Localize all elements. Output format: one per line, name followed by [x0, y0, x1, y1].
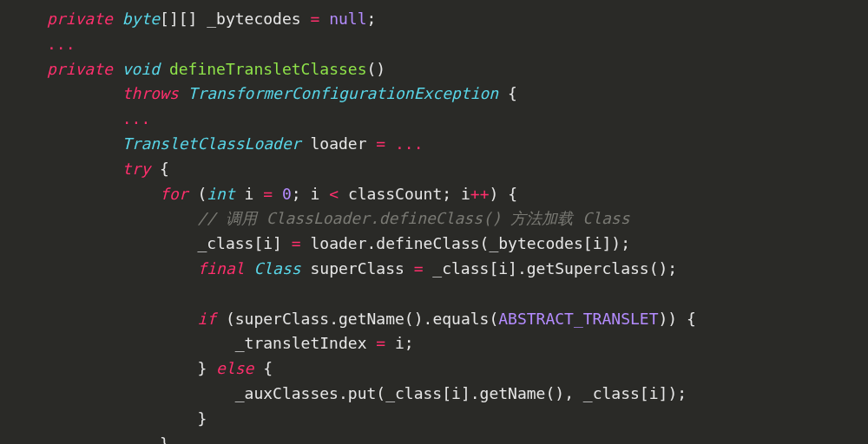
keyword-try: try	[122, 160, 151, 178]
parens: ()	[404, 310, 424, 328]
bracket: [	[583, 234, 593, 252]
ident-i: i	[395, 334, 404, 352]
dot: .	[367, 234, 377, 252]
number-zero: 0	[282, 185, 292, 203]
ident-getName: getName	[480, 384, 546, 402]
ident-superClass: superClass	[310, 259, 404, 278]
ident-bytecodes: _bytecodes	[207, 10, 300, 28]
dot: .	[329, 310, 339, 328]
paren-open: (	[197, 185, 207, 203]
ident-auxClasses: _auxClasses	[235, 384, 339, 402]
ident-i: i	[498, 259, 508, 278]
const-abstract-translet: ABSTRACT_TRANSLET	[498, 310, 658, 328]
paren-open: (	[489, 310, 498, 328]
ellipsis: ...	[395, 134, 424, 153]
ident-bytecodes: _bytecodes	[489, 234, 582, 252]
bracket: ]	[602, 234, 611, 252]
type-byte: byte	[122, 10, 160, 28]
parens: ()	[545, 384, 564, 402]
bracket: [	[442, 384, 451, 402]
ident-class: _class	[385, 384, 442, 402]
dot: .	[470, 384, 480, 402]
ident-put: put	[348, 384, 377, 402]
bracket: ]	[508, 259, 517, 278]
semicolon: ;	[367, 10, 377, 28]
brace-open: {	[263, 359, 273, 377]
type-TransformerConfigurationException: TransformerConfigurationException	[188, 84, 499, 102]
bracket: [	[640, 384, 649, 402]
op-assign: =	[376, 334, 385, 352]
brace-open: {	[160, 160, 169, 178]
type-void: void	[122, 60, 160, 78]
dot: .	[339, 384, 348, 402]
paren-close: );	[667, 384, 687, 402]
ident-classCount: classCount	[348, 185, 442, 203]
ident-getName: getName	[339, 310, 404, 328]
ident-defineClass: defineClass	[376, 234, 479, 252]
semicolon: ;	[292, 185, 301, 203]
type-int: int	[207, 185, 235, 203]
ident-i: i	[263, 234, 273, 252]
brace-close: }	[197, 409, 207, 428]
bracket: ]	[659, 384, 668, 402]
bracket: ]	[273, 234, 282, 252]
const-null: null	[329, 10, 366, 28]
paren-close: ))	[658, 310, 677, 328]
type-TransletClassLoader: TransletClassLoader	[122, 134, 301, 153]
comment-defineClass: // 调用 ClassLoader.defineClass() 方法加载 Cla…	[197, 209, 629, 227]
type-Class: Class	[253, 259, 300, 278]
op-lt: <	[329, 185, 339, 203]
parens: ()	[366, 60, 385, 78]
method-defineTransletClasses: defineTransletClasses	[169, 60, 367, 78]
keyword-for: for	[160, 185, 188, 203]
ident-loader: loader	[310, 134, 366, 153]
paren-close: )	[611, 234, 621, 252]
ident-transletIndex: _transletIndex	[235, 334, 367, 352]
ident-class: _class	[432, 259, 489, 278]
brackets: [][]	[160, 10, 197, 28]
keyword-if: if	[197, 310, 216, 328]
comma: ,	[564, 384, 574, 402]
paren-close: )	[489, 185, 498, 203]
dot: .	[424, 310, 433, 328]
op-assign: =	[414, 259, 424, 278]
paren-open: (	[480, 234, 490, 252]
op-inc: ++	[470, 185, 490, 203]
ident-i: i	[245, 185, 254, 203]
ident-getSuperclass: getSuperclass	[527, 259, 649, 278]
bracket: ]	[461, 384, 470, 402]
keyword-final: final	[197, 259, 244, 278]
ellipsis: ...	[47, 35, 76, 53]
ident-superClass: superClass	[235, 310, 329, 328]
bracket: [	[253, 234, 263, 252]
brace-close: }	[160, 434, 169, 444]
semicolon: ;	[404, 334, 414, 352]
paren-open: (	[226, 310, 235, 328]
dot: .	[517, 259, 527, 278]
parens: ();	[649, 259, 678, 278]
ident-class: _class	[197, 234, 253, 252]
op-assign: =	[263, 185, 273, 203]
ident-i: i	[311, 185, 320, 203]
keyword-private: private	[47, 60, 113, 78]
keyword-private: private	[47, 10, 113, 28]
ident-i: i	[461, 185, 470, 203]
keyword-else: else	[216, 359, 253, 377]
ident-i: i	[593, 234, 602, 252]
keyword-throws: throws	[122, 84, 179, 102]
semicolon: ;	[621, 234, 630, 252]
ident-i: i	[451, 384, 461, 402]
op-assign: =	[310, 10, 319, 28]
brace-open: {	[687, 310, 696, 328]
op-assign: =	[376, 134, 385, 153]
semicolon: ;	[442, 185, 451, 203]
ellipsis: ...	[122, 109, 151, 127]
ident-class: _class	[583, 384, 640, 402]
ident-equals: equals	[432, 310, 489, 328]
ident-i: i	[649, 384, 659, 402]
paren-open: (	[376, 384, 385, 402]
code-block: private byte[][] _bytecodes = null; ... …	[0, 0, 868, 444]
bracket: [	[489, 259, 498, 278]
brace-open: {	[508, 84, 517, 102]
ident-loader: loader	[310, 234, 366, 252]
